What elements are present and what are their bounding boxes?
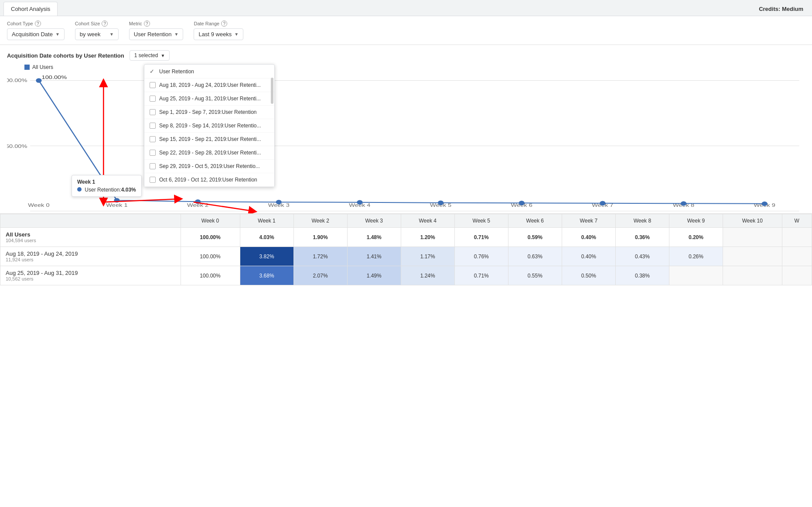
checkbox-icon bbox=[150, 136, 156, 142]
dropdown-item-5[interactable]: Sep 15, 2019 - Sep 21, 2019:User Retenti… bbox=[144, 133, 274, 146]
table-row: Aug 25, 2019 - Aug 31, 2019 10,562 users… bbox=[0, 266, 812, 285]
scrollbar[interactable] bbox=[271, 78, 273, 104]
row-label-sub: 11,924 users bbox=[6, 257, 175, 262]
svg-point-15 bbox=[36, 78, 41, 82]
svg-point-20 bbox=[438, 201, 444, 205]
controls-row: Cohort Type ? Acquisition Date ▼ Cohort … bbox=[0, 16, 812, 45]
cell-week2: 2.07% bbox=[293, 266, 347, 285]
cell-week0: 100.00% bbox=[181, 247, 240, 266]
svg-text:100.00%: 100.00% bbox=[42, 75, 67, 80]
row-label-cell: Aug 18, 2019 - Aug 24, 2019 11,924 users bbox=[0, 247, 181, 266]
chart-tooltip: Week 1 User Retention:4.03% bbox=[72, 175, 142, 197]
selected-dropdown[interactable]: 1 selected ▼ bbox=[130, 50, 170, 61]
col-header-label bbox=[0, 214, 181, 228]
col-header-week3: Week 3 bbox=[347, 214, 401, 228]
cell-week6: 0.55% bbox=[508, 266, 562, 285]
tooltip-title: Week 1 bbox=[77, 179, 136, 185]
cell-week1: 3.68% bbox=[240, 266, 293, 285]
col-header-week10: Week 10 bbox=[723, 214, 782, 228]
svg-point-16 bbox=[114, 198, 119, 202]
row-label-main: All Users bbox=[6, 231, 175, 238]
row-label-main: Aug 25, 2019 - Aug 31, 2019 bbox=[6, 270, 175, 276]
cell-weekmore bbox=[782, 247, 812, 266]
date-range-control: Date Range ? Last 9 weeks ▼ bbox=[194, 21, 243, 40]
cell-week8: 0.43% bbox=[615, 247, 669, 266]
dropdown-item-6[interactable]: Sep 22, 2019 - Sep 28, 2019:User Retenti… bbox=[144, 146, 274, 160]
cohort-type-help-icon[interactable]: ? bbox=[35, 21, 41, 27]
tab-bar: Cohort Analysis Credits: Medium bbox=[0, 0, 812, 16]
table-section: Week 0 Week 1 Week 2 Week 3 Week 4 Week … bbox=[0, 213, 812, 285]
dropdown-item-1[interactable]: Aug 18, 2019 - Aug 24, 2019:User Retenti… bbox=[144, 79, 274, 92]
svg-point-18 bbox=[276, 200, 282, 204]
cohort-type-label: Cohort Type ? bbox=[7, 21, 65, 27]
col-header-week9: Week 9 bbox=[669, 214, 723, 228]
tooltip-value: User Retention:4.03% bbox=[77, 187, 136, 193]
col-header-week1: Week 1 bbox=[240, 214, 293, 228]
cell-week8: 0.36% bbox=[615, 228, 669, 247]
dropdown-item-user-retention[interactable]: ✓ User Retention bbox=[144, 65, 274, 79]
cell-week5: 0.71% bbox=[454, 228, 508, 247]
metric-help-icon[interactable]: ? bbox=[144, 21, 150, 27]
checkbox-icon bbox=[150, 163, 156, 169]
chart-header: Acquisition Date cohorts by User Retenti… bbox=[7, 50, 805, 61]
chevron-down-icon: ▼ bbox=[174, 32, 179, 37]
svg-text:Week 1: Week 1 bbox=[106, 202, 127, 208]
cohort-analysis-tab[interactable]: Cohort Analysis bbox=[3, 2, 58, 16]
chevron-down-icon: ▼ bbox=[160, 53, 165, 58]
checkbox-icon bbox=[150, 123, 156, 129]
cohort-size-label: Cohort Size ? bbox=[75, 21, 119, 27]
svg-text:Week 0: Week 0 bbox=[28, 202, 49, 208]
cell-week5: 0.76% bbox=[454, 247, 508, 266]
checkbox-icon bbox=[150, 109, 156, 115]
cell-week0: 100.00% bbox=[181, 228, 240, 247]
col-header-week6: Week 6 bbox=[508, 214, 562, 228]
cohort-size-dropdown[interactable]: by week ▼ bbox=[75, 28, 119, 40]
svg-point-21 bbox=[519, 201, 525, 205]
checkbox-icon bbox=[150, 82, 156, 88]
metric-dropdown[interactable]: User Retention ▼ bbox=[129, 28, 184, 40]
chart-graph: 100.00% 50.00% Week 0 Week 1 Week 2 Week… bbox=[7, 74, 805, 213]
svg-text:50.00%: 50.00% bbox=[7, 144, 27, 149]
date-range-help-icon[interactable]: ? bbox=[221, 21, 227, 27]
table-header-row: Week 0 Week 1 Week 2 Week 3 Week 4 Week … bbox=[0, 214, 812, 228]
date-range-label: Date Range ? bbox=[194, 21, 243, 27]
dropdown-item-3[interactable]: Sep 1, 2019 - Sep 7, 2019:User Retention bbox=[144, 106, 274, 119]
col-header-week0: Week 0 bbox=[181, 214, 240, 228]
dropdown-item-7[interactable]: Sep 29, 2019 - Oct 5, 2019:User Retentio… bbox=[144, 160, 274, 173]
col-header-weekmore: W bbox=[782, 214, 812, 228]
col-header-week7: Week 7 bbox=[562, 214, 615, 228]
col-header-week2: Week 2 bbox=[293, 214, 347, 228]
cohort-type-control: Cohort Type ? Acquisition Date ▼ bbox=[7, 21, 65, 40]
table-header: Week 0 Week 1 Week 2 Week 3 Week 4 Week … bbox=[0, 214, 812, 228]
table-row: Aug 18, 2019 - Aug 24, 2019 11,924 users… bbox=[0, 247, 812, 266]
cell-week9: 0.20% bbox=[669, 228, 723, 247]
cell-week7: 0.50% bbox=[562, 266, 615, 285]
cell-week9: 0.26% bbox=[669, 247, 723, 266]
cell-week0: 100.00% bbox=[181, 266, 240, 285]
svg-point-17 bbox=[195, 199, 201, 204]
cell-weekmore bbox=[782, 228, 812, 247]
cell-week6: 0.59% bbox=[508, 228, 562, 247]
svg-point-23 bbox=[681, 201, 686, 206]
metric-dropdown-overlay: ✓ User Retention Aug 18, 2019 - Aug 24, … bbox=[144, 64, 275, 187]
table-body: All Users 104,594 users 100.00% 4.03% 1.… bbox=[0, 228, 812, 285]
cohort-size-help-icon[interactable]: ? bbox=[102, 21, 108, 27]
cell-week1: 3.82% bbox=[240, 247, 293, 266]
cell-week10 bbox=[723, 228, 782, 247]
row-label-cell: Aug 25, 2019 - Aug 31, 2019 10,562 users bbox=[0, 266, 181, 285]
date-range-dropdown[interactable]: Last 9 weeks ▼ bbox=[194, 28, 243, 40]
cell-week7: 0.40% bbox=[562, 247, 615, 266]
cell-week3: 1.49% bbox=[347, 266, 401, 285]
cohort-type-dropdown[interactable]: Acquisition Date ▼ bbox=[7, 28, 65, 40]
svg-point-22 bbox=[600, 201, 605, 206]
cohort-table: Week 0 Week 1 Week 2 Week 3 Week 4 Week … bbox=[0, 214, 812, 285]
cell-week9 bbox=[669, 266, 723, 285]
table-row: All Users 104,594 users 100.00% 4.03% 1.… bbox=[0, 228, 812, 247]
cell-week6: 0.63% bbox=[508, 247, 562, 266]
dropdown-item-2[interactable]: Aug 25, 2019 - Aug 31, 2019:User Retenti… bbox=[144, 92, 274, 106]
dropdown-item-4[interactable]: Sep 8, 2019 - Sep 14, 2019:User Retentio… bbox=[144, 119, 274, 133]
cell-week10 bbox=[723, 247, 782, 266]
credits-label: Credits: Medium bbox=[754, 2, 809, 16]
tooltip-dot-icon bbox=[77, 187, 82, 192]
dropdown-item-8[interactable]: Oct 6, 2019 - Oct 12, 2019:User Retentio… bbox=[144, 173, 274, 187]
